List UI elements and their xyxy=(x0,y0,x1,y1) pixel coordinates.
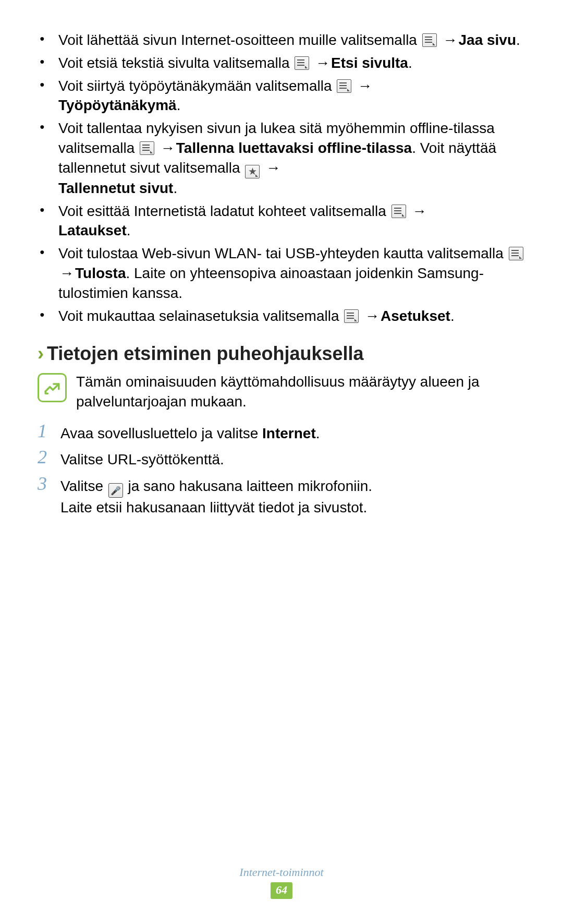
bold-text: Tallennetut sivut xyxy=(58,180,173,196)
note-text: Tämän ominaisuuden käyttömahdollisuus mä… xyxy=(76,372,525,412)
text: . xyxy=(450,308,455,324)
document-page: Voit lähettää sivun Internet-osoitteen m… xyxy=(0,0,563,518)
chevron-icon: › xyxy=(38,343,44,364)
text: Voit etsiä tekstiä sivulta valitsemalla xyxy=(58,55,293,71)
menu-icon xyxy=(140,141,154,155)
step-number: 3 xyxy=(38,474,60,495)
step-number: 2 xyxy=(38,447,60,468)
text: Voit siirtyä työpöytänäkymään valitsemal… xyxy=(58,78,336,94)
page-number: 64 xyxy=(271,882,292,899)
text: Voit mukauttaa selainasetuksia valitsema… xyxy=(58,308,343,324)
arrow: → xyxy=(160,138,176,158)
menu-icon xyxy=(422,33,437,47)
list-item: Voit esittää Internetistä ladatut kohtee… xyxy=(38,201,525,241)
list-item: Voit siirtyä työpöytänäkymään valitsemal… xyxy=(38,76,525,116)
text: Valitse URL-syöttökenttä. xyxy=(60,447,525,470)
note-icon xyxy=(38,373,67,402)
menu-icon xyxy=(344,309,359,323)
steps: 1 Avaa sovellusluettelo ja valitse Inter… xyxy=(38,421,525,518)
text: Voit esittää Internetistä ladatut kohtee… xyxy=(58,203,390,219)
bold-text: Asetukset xyxy=(381,308,450,324)
text: . xyxy=(127,222,131,238)
footer-section: Internet-toiminnot xyxy=(0,866,563,879)
text: . xyxy=(177,97,181,113)
arrow: → xyxy=(58,263,75,283)
menu-icon xyxy=(337,79,351,93)
text: . xyxy=(173,180,177,196)
list-item: Voit tallentaa nykyisen sivun ja lukea s… xyxy=(38,118,525,198)
menu-icon xyxy=(295,56,309,70)
arrow: → xyxy=(364,306,381,326)
note: Tämän ominaisuuden käyttömahdollisuus mä… xyxy=(38,372,525,412)
text: . xyxy=(516,32,520,48)
bullet-list: Voit lähettää sivun Internet-osoitteen m… xyxy=(38,30,525,326)
heading-text: Tietojen etsiminen puheohjauksella xyxy=(47,343,363,364)
bold-text: Tallenna luettavaksi offline-tilassa xyxy=(176,140,412,156)
bold-text: Tulosta xyxy=(75,265,126,281)
section-heading: ›Tietojen etsiminen puheohjauksella xyxy=(38,341,525,367)
step-item: 1 Avaa sovellusluettelo ja valitse Inter… xyxy=(38,421,525,443)
text: Laite etsii hakusanaan liittyvät tiedot … xyxy=(60,499,367,515)
list-item: Voit etsiä tekstiä sivulta valitsemalla … xyxy=(38,53,525,73)
star-icon xyxy=(245,165,260,178)
menu-icon xyxy=(509,247,523,260)
list-item: Voit tulostaa Web-sivun WLAN- tai USB-yh… xyxy=(38,244,525,303)
arrow: → xyxy=(442,30,459,50)
text: Valitse xyxy=(60,478,107,494)
text: Voit tulostaa Web-sivun WLAN- tai USB-yh… xyxy=(58,245,508,261)
bold-text: Työpöytänäkymä xyxy=(58,97,177,113)
step-number: 1 xyxy=(38,421,60,442)
bold-text: Internet xyxy=(262,425,316,441)
mic-icon xyxy=(108,483,123,498)
text: Voit lähettää sivun Internet-osoitteen m… xyxy=(58,32,421,48)
text: . xyxy=(408,55,412,71)
list-item: Voit mukauttaa selainasetuksia valitsema… xyxy=(38,306,525,326)
arrow: → xyxy=(411,201,427,221)
text: ja sano hakusana laitteen mikrofoniin. xyxy=(124,478,372,494)
list-item: Voit lähettää sivun Internet-osoitteen m… xyxy=(38,30,525,50)
arrow: → xyxy=(265,158,282,178)
step-item: 2 Valitse URL-syöttökenttä. xyxy=(38,447,525,470)
menu-icon xyxy=(391,205,406,218)
bold-text: Jaa sivu xyxy=(459,32,517,48)
bold-text: Etsi sivulta xyxy=(331,55,408,71)
page-footer: Internet-toiminnot 64 xyxy=(0,866,563,899)
arrow: → xyxy=(314,53,331,73)
text: . xyxy=(316,425,320,441)
bold-text: Lataukset xyxy=(58,222,127,238)
arrow: → xyxy=(357,76,373,96)
text: Avaa sovellusluettelo ja valitse xyxy=(60,425,262,441)
step-item: 3 Valitse ja sano hakusana laitteen mikr… xyxy=(38,474,525,518)
